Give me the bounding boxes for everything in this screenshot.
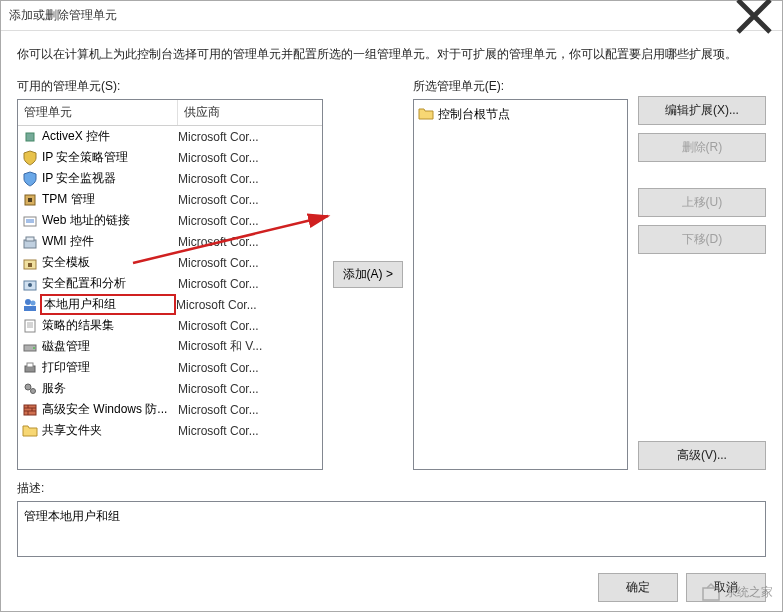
list-item[interactable]: 本地用户和组Microsoft Cor... xyxy=(18,294,322,315)
list-item[interactable]: TPM 管理Microsoft Cor... xyxy=(18,189,322,210)
list-item[interactable]: ActiveX 控件Microsoft Cor... xyxy=(18,126,322,147)
svg-point-10 xyxy=(25,299,31,305)
snapin-vendor: Microsoft Cor... xyxy=(178,172,322,186)
snapin-name: 共享文件夹 xyxy=(42,422,178,439)
snapin-name: Web 地址的链接 xyxy=(42,212,178,229)
intro-text: 你可以在计算机上为此控制台选择可用的管理单元并配置所选的一组管理单元。对于可扩展… xyxy=(17,45,766,64)
columns-layout: 可用的管理单元(S): 管理单元 供应商 ActiveX 控件Microsoft… xyxy=(17,78,766,470)
list-item[interactable]: 磁盘管理Microsoft 和 V... xyxy=(18,336,322,357)
snapin-vendor: Microsoft Cor... xyxy=(178,256,322,270)
available-list-body: ActiveX 控件Microsoft Cor...IP 安全策略管理Micro… xyxy=(18,126,322,469)
svg-point-9 xyxy=(28,283,32,287)
disk-icon xyxy=(22,339,38,355)
list-item[interactable]: 高级安全 Windows 防...Microsoft Cor... xyxy=(18,399,322,420)
svg-point-18 xyxy=(25,384,31,390)
snapin-name: 打印管理 xyxy=(42,359,178,376)
ok-button[interactable]: 确定 xyxy=(598,573,678,602)
shield-y-icon xyxy=(22,150,38,166)
snapin-vendor: Microsoft Cor... xyxy=(178,214,322,228)
available-label: 可用的管理单元(S): xyxy=(17,78,323,95)
description-text: 管理本地用户和组 xyxy=(24,509,120,523)
gears-icon xyxy=(22,381,38,397)
selected-listbox[interactable]: 控制台根节点 xyxy=(413,99,628,470)
snapin-name: 磁盘管理 xyxy=(42,338,178,355)
list-item[interactable]: 共享文件夹Microsoft Cor... xyxy=(18,420,322,441)
snapin-vendor: Microsoft Cor... xyxy=(178,130,322,144)
svg-rect-5 xyxy=(26,237,34,241)
snapin-vendor: Microsoft 和 V... xyxy=(178,338,322,355)
tree-root-label: 控制台根节点 xyxy=(438,106,510,123)
move-up-button[interactable]: 上移(U) xyxy=(638,188,766,217)
selected-column: 所选管理单元(E): 控制台根节点 xyxy=(413,78,628,470)
snapin-name: IP 安全策略管理 xyxy=(42,149,178,166)
right-buttons: 编辑扩展(X)... 删除(R) 上移(U) 下移(D) 高级(V)... xyxy=(638,78,766,470)
snapin-name: TPM 管理 xyxy=(42,191,178,208)
snapin-name: 安全模板 xyxy=(42,254,178,271)
snapin-vendor: Microsoft Cor... xyxy=(178,277,322,291)
snapin-name: 安全配置和分析 xyxy=(42,275,178,292)
selected-tree: 控制台根节点 xyxy=(414,100,627,128)
list-item[interactable]: WMI 控件Microsoft Cor... xyxy=(18,231,322,252)
add-button[interactable]: 添加(A) > xyxy=(333,261,403,288)
wall-icon xyxy=(22,402,38,418)
snapin-vendor: Microsoft Cor... xyxy=(178,403,322,417)
shield-b-icon xyxy=(22,171,38,187)
advanced-button[interactable]: 高级(V)... xyxy=(638,441,766,470)
svg-rect-0 xyxy=(26,133,34,141)
window-title: 添加或删除管理单元 xyxy=(9,7,734,24)
svg-rect-13 xyxy=(25,320,35,332)
snapin-name: ActiveX 控件 xyxy=(42,128,178,145)
svg-rect-12 xyxy=(24,306,36,311)
snapin-name: 服务 xyxy=(42,380,178,397)
list-item[interactable]: IP 安全策略管理Microsoft Cor... xyxy=(18,147,322,168)
tree-root-item[interactable]: 控制台根节点 xyxy=(418,104,623,124)
svg-rect-2 xyxy=(28,198,32,202)
snapin-name: IP 安全监视器 xyxy=(42,170,178,187)
snapin-name: WMI 控件 xyxy=(42,233,178,250)
middle-column: 添加(A) > xyxy=(333,78,403,470)
folder-icon xyxy=(418,106,434,122)
snapin-vendor: Microsoft Cor... xyxy=(178,151,322,165)
move-down-button[interactable]: 下移(D) xyxy=(638,225,766,254)
snapin-vendor: Microsoft Cor... xyxy=(176,298,322,312)
list-item[interactable]: Web 地址的链接Microsoft Cor... xyxy=(18,210,322,231)
description-section: 描述: 管理本地用户和组 xyxy=(17,480,766,557)
lock-icon xyxy=(22,255,38,271)
list-item[interactable]: 策略的结果集Microsoft Cor... xyxy=(18,315,322,336)
lock2-icon xyxy=(22,276,38,292)
printer-icon xyxy=(22,360,38,376)
link-icon xyxy=(22,213,38,229)
snapin-vendor: Microsoft Cor... xyxy=(178,382,322,396)
folder-icon xyxy=(22,423,38,439)
svg-point-11 xyxy=(31,300,36,305)
snapin-name: 策略的结果集 xyxy=(42,317,178,334)
snapin-name: 高级安全 Windows 防... xyxy=(42,401,178,418)
watermark-logo-icon xyxy=(701,582,721,602)
description-label: 描述: xyxy=(17,480,766,497)
doc-icon xyxy=(22,318,38,334)
selected-label: 所选管理单元(E): xyxy=(413,78,628,95)
remove-button[interactable]: 删除(R) xyxy=(638,133,766,162)
svg-rect-20 xyxy=(24,405,36,415)
users-icon xyxy=(22,297,38,313)
snapin-vendor: Microsoft Cor... xyxy=(178,319,322,333)
svg-point-15 xyxy=(33,347,35,349)
db-icon xyxy=(22,234,38,250)
svg-point-19 xyxy=(31,388,36,393)
col-vendor[interactable]: 供应商 xyxy=(178,100,322,125)
list-item[interactable]: 服务Microsoft Cor... xyxy=(18,378,322,399)
snapin-name: 本地用户和组 xyxy=(40,294,176,315)
svg-rect-17 xyxy=(27,363,33,367)
available-listbox[interactable]: 管理单元 供应商 ActiveX 控件Microsoft Cor...IP 安全… xyxy=(17,99,323,470)
snapin-vendor: Microsoft Cor... xyxy=(178,361,322,375)
col-snapin[interactable]: 管理单元 xyxy=(18,100,178,125)
close-button[interactable] xyxy=(734,2,774,30)
gear-icon xyxy=(22,129,38,145)
list-item[interactable]: 安全配置和分析Microsoft Cor... xyxy=(18,273,322,294)
list-item[interactable]: IP 安全监视器Microsoft Cor... xyxy=(18,168,322,189)
list-header: 管理单元 供应商 xyxy=(18,100,322,126)
dialog-footer: 确定 取消 xyxy=(1,563,782,611)
edit-extensions-button[interactable]: 编辑扩展(X)... xyxy=(638,96,766,125)
list-item[interactable]: 安全模板Microsoft Cor... xyxy=(18,252,322,273)
list-item[interactable]: 打印管理Microsoft Cor... xyxy=(18,357,322,378)
